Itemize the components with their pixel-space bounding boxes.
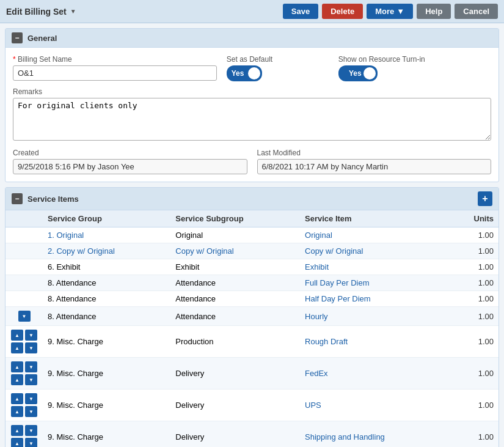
table-row: ▲▼▲▼9. Misc. ChargeProductionRough Draft… [5, 326, 499, 358]
service-group-header: Service Group [43, 210, 170, 227]
service-items-table: Service Group Service Subgroup Service I… [5, 210, 499, 447]
units-cell: 1.00 [449, 291, 499, 307]
service-item-cell: Copy w/ Original [300, 243, 449, 259]
service-subgroup-cell: Delivery [170, 390, 300, 421]
row-move-down-button[interactable]: ▼ [25, 374, 37, 385]
page-title: Edit Billing Set [6, 7, 67, 17]
set-as-default-toggle[interactable]: Yes [227, 65, 262, 81]
row-move-down-button[interactable]: ▼ [18, 311, 31, 322]
service-subgroup-cell: Attendance [170, 291, 300, 307]
row-move-down-button[interactable]: ▼ [25, 438, 37, 447]
show-on-resource-knob [363, 67, 376, 79]
row-move-up-button[interactable]: ▲ [11, 330, 23, 341]
table-row: ▲▼▲▼9. Misc. ChargeDeliveryFedEx1.00 [5, 358, 499, 390]
row-actions-cell: ▲▼▲▼ [5, 390, 43, 421]
units-cell: 1.00 [449, 259, 499, 275]
row-actions-cell: ▲▼▲▼ [5, 326, 43, 358]
row-move-bottom-button[interactable]: ▲ [11, 342, 23, 353]
units-cell: 1.00 [449, 307, 499, 326]
show-on-resource-toggle[interactable]: Yes [338, 65, 378, 81]
service-items-collapse-button[interactable]: − [12, 193, 23, 204]
remarks-label: Remarks [13, 87, 491, 96]
general-section-body: * Billing Set Name Set as Default Yes Sh… [5, 48, 499, 182]
service-items-header-left: − Service Items [12, 193, 79, 204]
service-item-link[interactable]: Half Day Per Diem [305, 294, 371, 303]
row-move-up-button[interactable]: ▲ [11, 361, 23, 372]
row-move-top-button[interactable]: ▼ [25, 330, 37, 341]
cancel-button[interactable]: Cancel [455, 4, 498, 19]
service-item-cell: UPS [300, 390, 449, 421]
service-item-cell: Exhibit [300, 259, 449, 275]
row-move-up-button[interactable]: ▲ [11, 393, 23, 404]
service-subgroup-cell: Production [170, 326, 300, 358]
service-subgroup-cell: Exhibit [170, 259, 300, 275]
service-subgroup-cell: Delivery [170, 421, 300, 448]
set-as-default-label: Set as Default [227, 55, 272, 64]
title-dropdown-icon[interactable]: ▼ [70, 8, 76, 15]
service-subgroup-link[interactable]: Copy w/ Original [175, 246, 233, 256]
service-item-cell: Hourly [300, 307, 449, 326]
general-row-1: * Billing Set Name Set as Default Yes Sh… [13, 55, 491, 81]
row-move-bottom-button[interactable]: ▲ [11, 374, 23, 385]
row-move-bottom-button[interactable]: ▲ [11, 406, 23, 417]
general-section-header-left: − General [12, 32, 57, 43]
service-item-cell: Shipping and Handling [300, 421, 449, 448]
page-title-area: Edit Billing Set ▼ [6, 7, 76, 17]
service-group-cell: 9. Misc. Charge [43, 358, 170, 390]
service-items-title: Service Items [27, 194, 79, 204]
units-cell: 1.00 [449, 275, 499, 291]
table-row: 2. Copy w/ OriginalCopy w/ OriginalCopy … [5, 243, 499, 259]
help-button[interactable]: Help [417, 4, 451, 19]
service-item-header: Service Item [300, 210, 449, 227]
service-subgroup-header: Service Subgroup [170, 210, 300, 227]
show-on-resource-label: Show on Resource Turn-in [338, 55, 425, 64]
last-modified-input [257, 159, 492, 174]
row-actions-cell [5, 259, 43, 275]
row-move-down-button[interactable]: ▼ [25, 406, 37, 417]
service-item-link[interactable]: Full Day Per Diem [305, 278, 369, 287]
service-item-cell: Full Day Per Diem [300, 275, 449, 291]
more-button[interactable]: More ▼ [367, 4, 413, 19]
save-button[interactable]: Save [283, 4, 318, 19]
service-item-cell: Original [300, 227, 449, 243]
row-move-top-button[interactable]: ▼ [25, 393, 37, 404]
service-item-link[interactable]: Rough Draft [305, 337, 348, 346]
table-row: ▼8. AttendanceAttendanceHourly1.00 [5, 307, 499, 326]
row-move-down-button[interactable]: ▼ [25, 342, 37, 353]
service-subgroup-cell: Attendance [170, 275, 300, 291]
row-move-top-button[interactable]: ▼ [25, 425, 37, 436]
more-dropdown-icon: ▼ [396, 7, 404, 16]
last-modified-group: Last Modified [257, 149, 492, 174]
show-on-resource-group: Show on Resource Turn-in Yes [338, 55, 491, 81]
service-group-cell: 8. Attendance [43, 307, 170, 326]
service-item-link[interactable]: UPS [305, 401, 321, 410]
service-group-link[interactable]: 2. Copy w/ Original [48, 246, 115, 256]
add-service-item-button[interactable]: + [478, 191, 492, 206]
row-move-up-button[interactable]: ▲ [11, 425, 23, 436]
service-item-link[interactable]: Copy w/ Original [305, 246, 363, 256]
service-item-cell: Rough Draft [300, 326, 449, 358]
table-row: 8. AttendanceAttendanceHalf Day Per Diem… [5, 291, 499, 307]
service-group-cell: 8. Attendance [43, 291, 170, 307]
row-move-top-button[interactable]: ▼ [25, 361, 37, 372]
created-input [13, 159, 247, 174]
service-subgroup-cell: Original [170, 227, 300, 243]
delete-button[interactable]: Delete [322, 4, 363, 19]
service-item-link[interactable]: Original [305, 231, 332, 240]
remarks-input[interactable]: For original clients only [13, 98, 491, 141]
billing-set-name-input[interactable] [13, 65, 217, 81]
top-bar-buttons: Save Delete More ▼ Help Cancel [283, 4, 498, 19]
service-item-link[interactable]: FedEx [305, 369, 328, 378]
service-item-link[interactable]: Hourly [305, 312, 328, 321]
general-collapse-button[interactable]: − [12, 32, 23, 43]
service-item-link[interactable]: Exhibit [305, 262, 329, 272]
service-group-link[interactable]: 1. Original [48, 231, 84, 240]
table-row: ▲▼▲▼9. Misc. ChargeDeliveryShipping and … [5, 421, 499, 448]
service-item-link[interactable]: Shipping and Handling [305, 432, 385, 441]
row-move-bottom-button[interactable]: ▲ [11, 438, 23, 447]
set-as-default-knob [248, 67, 260, 79]
service-group-cell: 8. Attendance [43, 275, 170, 291]
created-group: Created [13, 149, 247, 174]
row-actions-cell [5, 227, 43, 243]
table-row: 6. ExhibitExhibitExhibit1.00 [5, 259, 499, 275]
